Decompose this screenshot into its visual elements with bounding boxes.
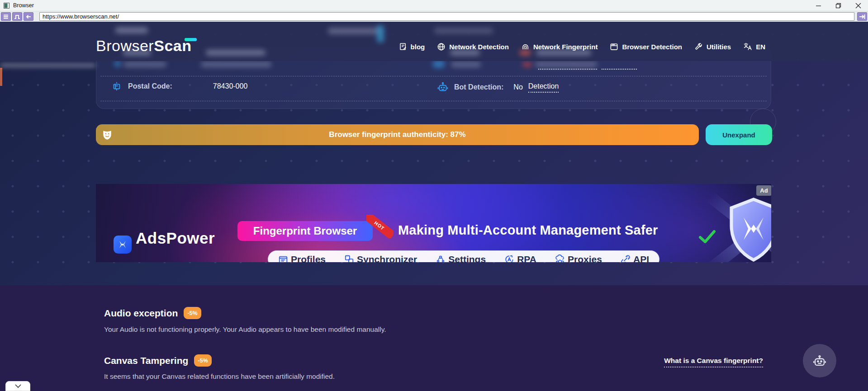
menu-button[interactable] xyxy=(1,12,11,21)
nav-network-fingerprint[interactable]: Network Fingerprint xyxy=(521,42,598,51)
side-tab-strip[interactable] xyxy=(0,68,2,86)
close-button[interactable] xyxy=(848,0,868,11)
browser-window-icon xyxy=(610,42,618,51)
blurred-content xyxy=(0,64,96,66)
blurred-dotted-underline xyxy=(538,69,597,70)
site-header: BrowserScan blog Network Detection Netwo… xyxy=(0,22,868,61)
globe-icon xyxy=(437,42,446,51)
finding-audio: Audio exception -5% xyxy=(104,307,201,319)
blurred-text xyxy=(206,50,266,56)
language-label: EN xyxy=(756,43,765,51)
blurred-dotted-underline xyxy=(602,69,637,70)
wrench-icon xyxy=(694,42,703,51)
bot-detection-value: No xyxy=(513,83,522,91)
feature-label: Profiles xyxy=(291,254,326,263)
logo-accent-bar xyxy=(185,38,197,41)
feature-label: API xyxy=(633,254,649,263)
blurred-text xyxy=(434,28,493,34)
feature-label: Proxies xyxy=(568,254,602,263)
feature-rpa[interactable]: RPA xyxy=(504,254,536,263)
bot-detection-row: Bot Detection: No Detection xyxy=(437,81,559,93)
pill-label: Fingerprint Browser xyxy=(253,225,357,237)
canvas-fingerprint-link[interactable]: What is a Canvas fingerprint? xyxy=(664,357,763,367)
check-icon xyxy=(697,229,716,245)
window-titlebar: Browser xyxy=(0,0,868,11)
profiles-icon xyxy=(278,254,288,263)
nav-label: Browser Detection xyxy=(622,43,682,51)
blurred-text xyxy=(328,28,380,34)
app-icon xyxy=(4,3,9,9)
finding-canvas-description: It seems that your Canvas related functi… xyxy=(104,372,335,381)
authenticity-banner[interactable]: Browser fingerprint authenticity: 87% xyxy=(96,124,699,145)
blurred-text xyxy=(115,27,148,33)
feature-profiles[interactable]: Profiles xyxy=(278,254,326,263)
feature-bar: Profiles Synchronizer Settings RPA Proxi… xyxy=(268,250,659,262)
nav-utilities[interactable]: Utilities xyxy=(694,42,731,51)
feature-synchronizer[interactable]: Synchronizer xyxy=(344,254,417,263)
finding-canvas: Canvas Tampering -5% xyxy=(104,354,212,367)
feature-label: Settings xyxy=(448,254,486,263)
authenticity-text: Browser fingerprint authenticity: 87% xyxy=(96,130,699,139)
nav-label: Network Fingerprint xyxy=(533,43,598,51)
postal-code-label: Postal Code: xyxy=(128,82,172,90)
feature-label: RPA xyxy=(517,254,536,263)
browser-toolbar xyxy=(0,11,868,22)
masks-icon xyxy=(101,129,113,141)
window-title: Browser xyxy=(13,2,34,9)
fingerprint-browser-pill: Fingerprint Browser xyxy=(237,221,373,241)
ad-label-badge: Ad xyxy=(756,185,771,196)
butterfly-icon xyxy=(117,239,128,250)
hot-label: HOT xyxy=(373,220,385,231)
robot-assistant-button[interactable] xyxy=(803,344,836,377)
postal-code-row: Postal Code: 78430-000 xyxy=(112,81,247,91)
blog-icon xyxy=(399,42,407,51)
collapse-button[interactable] xyxy=(5,381,30,391)
main-nav: blog Network Detection Network Fingerpri… xyxy=(399,40,765,53)
bot-detection-link[interactable]: Detection xyxy=(528,82,559,93)
translate-icon xyxy=(743,42,752,51)
adspower-brand: AdsPower xyxy=(136,229,215,247)
finding-canvas-title: Canvas Tampering xyxy=(104,355,188,366)
nav-blog[interactable]: blog xyxy=(399,42,425,51)
fingerprint-icon xyxy=(521,42,530,51)
finding-canvas-badge: -5% xyxy=(194,354,211,367)
minimize-button[interactable] xyxy=(808,0,828,11)
go-button[interactable] xyxy=(857,12,867,21)
blurred-icon xyxy=(377,25,384,42)
shield-graphic xyxy=(726,196,771,262)
robot-icon xyxy=(812,353,827,368)
back-button[interactable] xyxy=(24,12,33,21)
hot-ribbon: HOT xyxy=(366,215,394,238)
finding-audio-description: Your Audio is not functioning properly. … xyxy=(104,325,386,334)
feature-settings[interactable]: Settings xyxy=(436,254,486,263)
adspower-logo xyxy=(114,236,132,254)
nav-label: blog xyxy=(411,43,425,51)
card-divider xyxy=(100,101,767,101)
nav-label: Network Detection xyxy=(449,43,509,51)
settings-icon xyxy=(436,254,446,263)
postal-code-icon xyxy=(112,81,122,91)
tabs-button[interactable] xyxy=(12,12,22,21)
language-switcher[interactable]: EN xyxy=(743,42,765,51)
url-input[interactable] xyxy=(39,12,854,21)
postal-code-value: 78430-000 xyxy=(213,82,248,90)
nav-label: Utilities xyxy=(707,43,731,51)
rpa-icon xyxy=(504,254,514,263)
ad-label: Ad xyxy=(760,187,768,194)
restore-button[interactable] xyxy=(828,0,848,11)
card-divider xyxy=(100,76,767,76)
ad-banner[interactable]: AdsPower Fingerprint Browser HOT Making … xyxy=(96,184,771,262)
feature-api[interactable]: API xyxy=(621,254,649,263)
feature-proxies[interactable]: Proxies xyxy=(555,254,602,263)
nav-network-detection[interactable]: Network Detection xyxy=(437,42,509,51)
bot-detection-icon xyxy=(437,81,449,93)
nav-browser-detection[interactable]: Browser Detection xyxy=(610,42,682,51)
api-icon xyxy=(621,254,631,263)
finding-audio-title: Audio exception xyxy=(104,308,178,319)
proxies-icon xyxy=(555,254,565,263)
unexpand-button[interactable]: Unexpand xyxy=(706,124,772,145)
finding-audio-badge: -5% xyxy=(184,307,201,319)
browserscan-logo[interactable]: BrowserScan xyxy=(96,37,191,55)
ad-headline: Making Multi-Account Management Safer xyxy=(398,223,658,238)
chevron-down-icon xyxy=(14,384,22,388)
